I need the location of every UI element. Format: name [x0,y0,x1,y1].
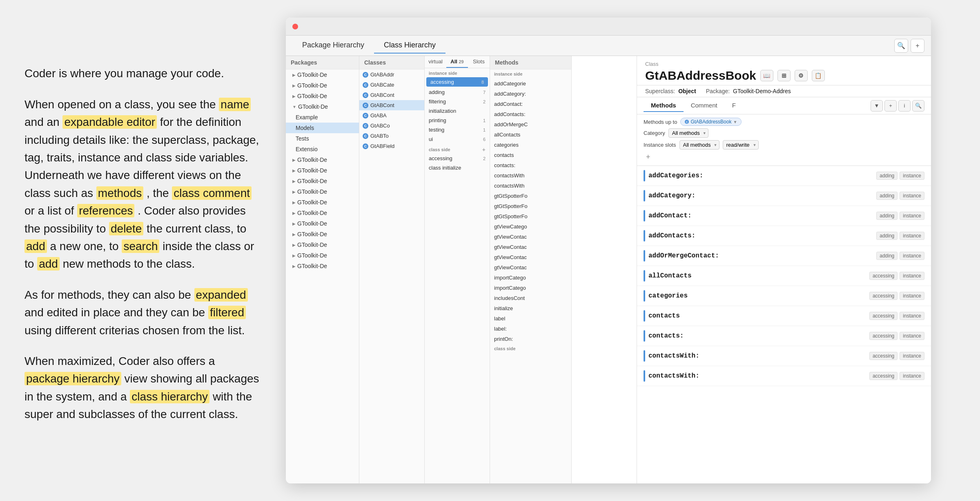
method-left-item[interactable]: addContact: [490,99,571,109]
method-left-item[interactable]: gtGtSpotterFo [490,191,571,201]
package-item[interactable]: ▶GToolkit-De [286,229,359,239]
method-left-item[interactable]: importCatego [490,283,571,293]
tab-all[interactable]: All 29 [446,56,468,68]
package-item[interactable]: ▶GToolkit-De [286,91,359,101]
class-item[interactable]: C GtABCo [359,121,424,131]
add-plus-button[interactable]: + [644,152,924,162]
package-subitem-tests[interactable]: Tests [286,133,359,144]
right-tab-comment[interactable]: Comment [684,99,725,112]
right-tab-methods[interactable]: Methods [644,99,684,112]
category-item-accessing[interactable]: accessing8 [426,77,488,87]
package-item-expanded[interactable]: ▼GToolkit-De [286,101,359,112]
method-left-item[interactable]: gtGtSpotterFo [490,201,571,211]
category-select[interactable]: All methods [668,128,708,138]
method-left-item[interactable]: contacts: [490,160,571,170]
close-button[interactable] [292,24,298,29]
package-value[interactable]: GToolkit-Demo-Addres [733,88,791,94]
method-left-item[interactable]: gtGtSpotterFo [490,211,571,221]
method-left-item[interactable]: label: [490,324,571,334]
class-item[interactable]: C GtABAddr [359,69,424,80]
method-row[interactable]: addCategories: adding instance [637,166,931,186]
search-tab-button[interactable]: 🔍 [894,39,908,53]
method-row[interactable]: addContact: adding instance [637,206,931,226]
package-item[interactable]: ▶GToolkit-De [286,186,359,197]
method-left-item[interactable]: contactsWith [490,181,571,191]
method-left-item[interactable]: includesCont [490,293,571,303]
category-item-ui[interactable]: ui6 [425,134,490,144]
package-item[interactable]: ▶GToolkit-De [286,261,359,271]
class-item[interactable]: C GtABTo [359,131,424,141]
tab-virtual[interactable]: virtual [425,56,446,68]
package-item[interactable]: ▶GToolkit-De [286,80,359,91]
method-left-item[interactable]: addCategory: [490,89,571,99]
search-methods-button[interactable]: 🔍 [912,100,924,112]
method-left-item[interactable]: addContacts: [490,109,571,119]
tab-class-hierarchy[interactable]: Class Hierarchy [374,38,445,54]
method-left-item[interactable]: contactsWith [490,170,571,181]
tab-slots[interactable]: Slots [468,56,490,68]
package-item[interactable]: ▶GToolkit-De [286,250,359,261]
add-tab-button[interactable]: + [911,39,924,53]
method-row[interactable]: contacts: accessing instance [637,326,931,346]
filter-button[interactable]: ▼ [871,100,883,112]
category-item-adding[interactable]: adding7 [425,87,490,97]
category-item-testing[interactable]: testing1 [425,125,490,134]
method-row[interactable]: contactsWith: accessing instance [637,366,931,386]
method-left-item[interactable]: addCategorie [490,78,571,89]
method-left-item[interactable]: gtViewContac [490,242,571,252]
method-left-item[interactable]: initialize [490,303,571,313]
info-button[interactable]: i [898,100,911,112]
category-item-class-initialize[interactable]: class initialize [425,163,490,172]
class-item[interactable]: C GtABCont [359,90,424,100]
method-row[interactable]: contacts accessing instance [637,306,931,326]
method-row[interactable]: addContacts: adding instance [637,226,931,246]
method-left-item[interactable]: gtViewCatego [490,221,571,232]
fork-icon-button[interactable]: ⚙ [795,70,808,81]
package-subitem-example[interactable]: Example [286,112,359,123]
package-item[interactable]: ▶GToolkit-De [286,176,359,186]
method-left-item[interactable]: importCatego [490,273,571,283]
book-icon-button[interactable]: 📖 [760,70,773,81]
superclass-value[interactable]: Object [678,88,696,94]
method-row[interactable]: categories accessing instance [637,286,931,306]
right-tab-f[interactable]: F [725,99,743,112]
category-item-class-accessing[interactable]: accessing2 [425,154,490,163]
category-item-filtering[interactable]: filtering2 [425,97,490,106]
package-item[interactable]: ▶GToolkit-De [286,165,359,176]
method-left-item[interactable]: allContacts [490,130,571,140]
package-subitem-models[interactable]: Models [286,123,359,133]
grid-icon-button[interactable]: ⊞ [777,70,791,81]
methods-up-to-class-pill[interactable]: C GtABAddressBook ▼ [680,118,742,126]
package-item[interactable]: ▶GToolkit-De [286,218,359,229]
instance-slots-select[interactable]: All methods [679,140,719,150]
method-left-item[interactable]: gtViewContac [490,252,571,262]
copy-icon-button[interactable]: 📋 [812,70,825,81]
method-row[interactable]: addOrMergeContact: adding instance [637,246,931,266]
package-item[interactable]: ▶GToolkit-De [286,197,359,208]
class-item-selected[interactable]: C GtABCont [359,100,424,110]
class-side-add-button[interactable]: + [482,146,486,153]
class-item[interactable]: C GtABCate [359,80,424,90]
tab-package-hierarchy[interactable]: Package Hierarchy [292,38,374,54]
package-item[interactable]: ▶GToolkit-De [286,239,359,250]
method-row[interactable]: addCategory: adding instance [637,186,931,206]
category-item-printing[interactable]: printing1 [425,116,490,125]
class-item[interactable]: C GtABField [359,141,424,151]
method-left-item[interactable]: contacts [490,150,571,160]
method-left-item[interactable]: label [490,313,571,324]
category-item-initialization[interactable]: initialization [425,106,490,116]
method-row[interactable]: allContacts accessing instance [637,266,931,286]
package-item[interactable]: ▶GToolkit-De [286,208,359,218]
read-write-select[interactable]: read/write [723,140,759,150]
method-left-item[interactable]: gtViewContac [490,262,571,273]
method-left-item[interactable]: categories [490,140,571,150]
method-left-item[interactable]: gtViewContac [490,232,571,242]
package-item[interactable]: ▶GToolkit-De [286,154,359,165]
method-left-item[interactable]: printOn: [490,334,571,344]
method-left-item[interactable]: addOrMergeC [490,119,571,130]
package-subitem-extensio[interactable]: Extensio [286,144,359,154]
class-item[interactable]: C GtABA [359,110,424,121]
package-item[interactable]: ▶GToolkit-De [286,69,359,80]
add-method-button[interactable]: + [884,100,897,112]
method-row[interactable]: contactsWith: accessing instance [637,346,931,366]
